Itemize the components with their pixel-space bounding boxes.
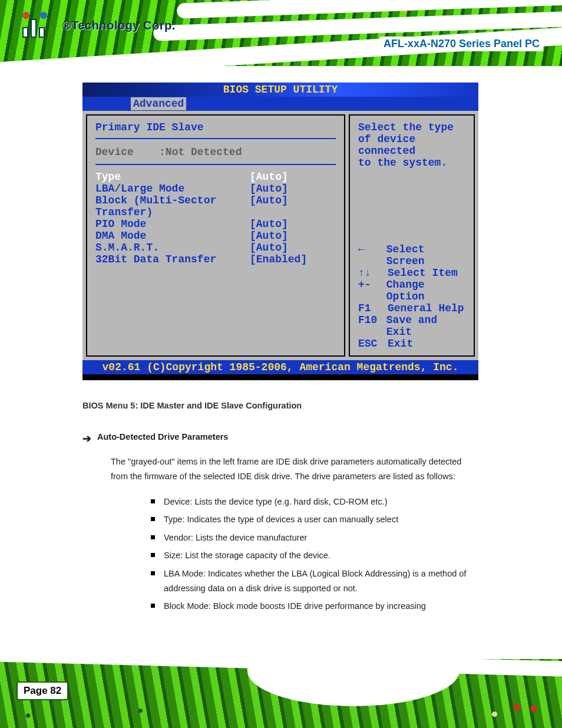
brand-text: ®Technology Corp.	[62, 19, 176, 32]
brand-logo: ®Technology Corp.	[22, 13, 176, 38]
footer-dots	[0, 659, 562, 728]
key-desc: Select Item	[388, 267, 458, 279]
key-name: +-	[358, 279, 386, 302]
key-row: ↑↓Select Item	[358, 267, 465, 279]
bios-device-row: Device :Not Detected	[95, 143, 336, 165]
bios-title: BIOS SETUP UTILITY	[82, 83, 478, 97]
bios-setting-row[interactable]: Block (Multi-Sector Transfer)[Auto]	[95, 195, 336, 218]
key-name: ←	[358, 243, 386, 267]
paragraph: The "grayed-out" items in the left frame…	[111, 454, 478, 483]
document-body: BIOS Menu 5: IDE Master and IDE Slave Co…	[82, 398, 478, 617]
product-title: AFL-xxA-N270 Series Panel PC	[380, 37, 543, 51]
list-item: LBA Mode: Indicates whether the LBA (Log…	[151, 566, 478, 595]
key-row: F10Save and Exit	[358, 314, 465, 338]
arrow-heading: ➔ Auto-Detected Drive Parameters	[82, 430, 478, 448]
help-line: Select the type	[358, 121, 465, 133]
bios-setting-row[interactable]: LBA/Large Mode[Auto]	[95, 183, 336, 195]
arrow-icon: ➔	[82, 430, 91, 448]
bios-setting-row[interactable]: DMA Mode[Auto]	[95, 230, 336, 242]
setting-value: [Auto]	[250, 230, 288, 242]
key-row: +-Change Option	[358, 279, 465, 302]
bullet-list: Device: Lists the device type (e.g. hard…	[151, 495, 478, 614]
setting-label: Block (Multi-Sector Transfer)	[95, 195, 250, 218]
key-name: ↑↓	[358, 267, 388, 279]
key-name: F1	[358, 302, 388, 314]
device-label: Device	[95, 146, 134, 158]
bios-body: Primary IDE Slave Device :Not Detected T…	[82, 111, 478, 360]
setting-label: Type	[95, 171, 250, 183]
list-item: Device: Lists the device type (e.g. hard…	[151, 495, 478, 509]
setting-label: 32Bit Data Transfer	[95, 253, 250, 265]
help-line: of device connected	[358, 133, 465, 157]
help-line: to the system.	[358, 157, 465, 169]
page-number: Page 82	[18, 683, 67, 699]
setting-value: [Auto]	[250, 171, 288, 183]
figure-caption: BIOS Menu 5: IDE Master and IDE Slave Co…	[82, 398, 478, 413]
bios-settings-list: Type[Auto]LBA/Large Mode[Auto]Block (Mul…	[95, 171, 336, 265]
list-item: Size: List the storage capacity of the d…	[151, 548, 478, 563]
brand-name: Technology Corp.	[71, 19, 176, 32]
setting-label: DMA Mode	[95, 230, 250, 242]
bios-footer: v02.61 (C)Copyright 1985-2006, American …	[82, 360, 478, 374]
bios-screenshot: BIOS SETUP UTILITY Advanced Primary IDE …	[82, 83, 478, 380]
bios-setting-row[interactable]: S.M.A.R.T.[Auto]	[95, 242, 336, 253]
bios-setting-row[interactable]: PIO Mode[Auto]	[95, 218, 336, 230]
bios-right-pane: Select the typeof device connectedto the…	[349, 114, 475, 357]
list-item: Vendor: Lists the device manufacturer	[151, 531, 478, 545]
setting-label: LBA/Large Mode	[95, 183, 250, 195]
bios-tab-advanced[interactable]: Advanced	[131, 97, 186, 110]
setting-value: [Auto]	[250, 242, 288, 253]
arrow-label: Auto-Detected Drive Parameters	[97, 430, 228, 448]
setting-value: [Auto]	[250, 218, 288, 230]
key-row: ←Select Screen	[358, 243, 465, 267]
list-item: Block Mode: Block mode boosts IDE drive …	[151, 599, 478, 614]
bios-setting-row[interactable]: Type[Auto]	[95, 171, 336, 183]
key-name: F10	[358, 314, 386, 338]
key-desc: Exit	[388, 338, 413, 350]
key-name: ESC	[358, 338, 388, 350]
device-value: :Not Detected	[159, 146, 242, 158]
key-desc: Change Option	[386, 279, 465, 302]
logo-icon	[22, 13, 59, 38]
bios-section-title: Primary IDE Slave	[95, 121, 336, 139]
header-banner: ®Technology Corp. AFL-xxA-N270 Series Pa…	[0, 0, 562, 66]
bios-left-pane: Primary IDE Slave Device :Not Detected T…	[86, 114, 345, 357]
trademark: ®	[62, 19, 71, 32]
page-number-wrap: Page 82	[18, 683, 67, 699]
key-desc: General Help	[388, 302, 464, 314]
key-row: ESCExit	[358, 338, 465, 350]
key-desc: Save and Exit	[386, 314, 465, 338]
setting-label: S.M.A.R.T.	[95, 242, 250, 253]
setting-value: [Auto]	[250, 195, 288, 218]
bios-key-legend: ←Select Screen↑↓Select Item+-Change Opti…	[358, 243, 465, 350]
bios-help-text: Select the typeof device connectedto the…	[358, 121, 465, 169]
setting-value: [Auto]	[250, 183, 288, 195]
key-desc: Select Screen	[386, 243, 465, 267]
setting-label: PIO Mode	[95, 218, 250, 230]
list-item: Type: Indicates the type of devices a us…	[151, 512, 478, 527]
footer-banner	[0, 659, 562, 728]
key-row: F1General Help	[358, 302, 465, 314]
setting-value: [Enabled]	[250, 253, 307, 265]
bios-tab-bar: Advanced	[82, 97, 478, 111]
bios-setting-row[interactable]: 32Bit Data Transfer[Enabled]	[95, 253, 336, 265]
